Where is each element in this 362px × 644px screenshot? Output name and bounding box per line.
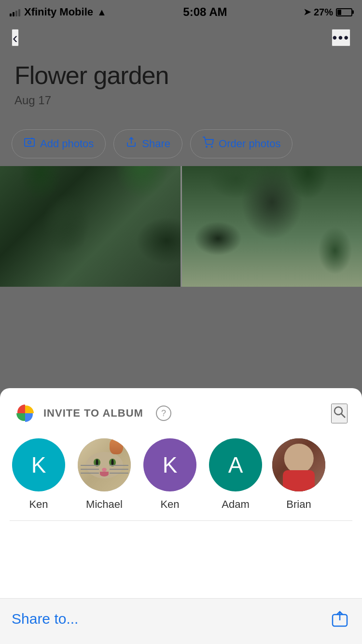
contact-name-brian: Brian	[286, 498, 311, 511]
contact-adam[interactable]: A Adam	[207, 438, 265, 511]
status-left: Xfinity Mobile ▲	[10, 6, 107, 18]
divider	[10, 520, 352, 521]
album-title: Flower garden	[14, 61, 348, 90]
nav-header: ‹ •••	[0, 24, 362, 51]
order-photos-button[interactable]: Order photos	[190, 129, 292, 158]
contact-name-ken-1: Ken	[29, 498, 48, 511]
order-photos-label: Order photos	[219, 138, 280, 150]
action-bar: Add photos Share Order photos	[0, 122, 362, 166]
battery-percent: 27%	[314, 7, 333, 18]
contact-avatar-michael	[78, 438, 131, 491]
contact-avatar-ken-1: K	[12, 438, 65, 491]
status-right: ➤ 27%	[304, 7, 352, 18]
album-info: Flower garden Aug 17	[0, 51, 362, 122]
contact-ken-1[interactable]: K Ken	[10, 438, 68, 511]
share-button[interactable]: Share	[113, 129, 182, 158]
battery-icon	[336, 8, 352, 16]
contact-michael[interactable]: Michael	[75, 438, 133, 511]
help-button[interactable]: ?	[156, 406, 171, 421]
carrier-text: Xfinity Mobile	[24, 6, 93, 18]
contact-name-ken-2: Ken	[160, 498, 179, 511]
svg-line-8	[341, 414, 345, 418]
more-button[interactable]: •••	[332, 29, 350, 46]
location-icon: ➤	[304, 7, 311, 17]
search-button[interactable]	[331, 404, 348, 423]
google-photos-logo	[14, 403, 36, 424]
contact-avatar-brian	[272, 438, 325, 491]
share-to-button[interactable]: Share to...	[12, 608, 350, 630]
svg-point-5	[206, 146, 207, 147]
share-icon	[125, 137, 137, 151]
invite-left: INVITE TO ALBUM ?	[14, 403, 171, 424]
bottom-sheet: INVITE TO ALBUM ? K Ken	[0, 388, 362, 644]
svg-point-7	[334, 407, 342, 415]
photo-grid	[0, 166, 362, 287]
photo-left[interactable]	[0, 166, 182, 287]
status-bar: Xfinity Mobile ▲ 5:08 AM ➤ 27%	[0, 0, 362, 24]
share-to-icon	[329, 608, 350, 630]
wifi-icon: ▲	[97, 7, 107, 18]
cart-icon	[202, 137, 214, 151]
contact-ken-2[interactable]: K Ken	[141, 438, 199, 511]
add-photo-icon	[24, 137, 35, 151]
status-time: 5:08 AM	[183, 5, 227, 19]
contact-avatar-ken-2: K	[143, 438, 196, 491]
contact-name-michael: Michael	[86, 498, 123, 511]
contacts-row: K Ken Michael	[0, 434, 362, 520]
help-icon: ?	[161, 408, 166, 419]
add-photos-button[interactable]: Add photos	[12, 129, 106, 158]
contact-name-adam: Adam	[222, 498, 249, 511]
share-to-label: Share to...	[12, 611, 78, 627]
invite-title: INVITE TO ALBUM	[43, 407, 143, 420]
share-bar: Share to...	[0, 598, 362, 644]
invite-header: INVITE TO ALBUM ?	[0, 388, 362, 434]
svg-rect-0	[25, 139, 34, 146]
album-date: Aug 17	[14, 94, 348, 107]
add-photos-label: Add photos	[40, 138, 94, 150]
share-label: Share	[142, 138, 170, 150]
back-button[interactable]: ‹	[12, 29, 19, 46]
photo-right[interactable]	[182, 166, 362, 287]
contact-avatar-adam: A	[209, 438, 262, 491]
svg-point-6	[211, 146, 212, 147]
signal-bars	[10, 8, 20, 16]
svg-point-1	[28, 141, 31, 144]
contact-brian[interactable]: Brian	[272, 438, 325, 511]
